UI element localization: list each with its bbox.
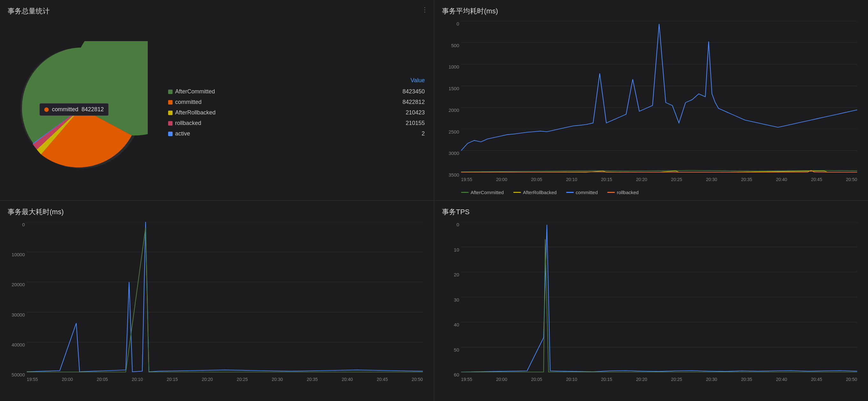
x-label: 20:30 — [706, 377, 717, 382]
x-label: 20:20 — [636, 177, 647, 182]
tooltip-dot — [44, 108, 49, 112]
y-label: 0 — [8, 222, 27, 227]
x-label: 20:05 — [97, 377, 108, 382]
tps-panel: 事务TPS 6050403020100 19:5520:00 — [434, 201, 868, 401]
max-time-panel: 事务最大耗时(ms) 50000400003000020000100000 19… — [0, 201, 434, 401]
x-label: 20:45 — [377, 377, 388, 382]
x-label: 20:15 — [167, 377, 178, 382]
y-label: 40 — [442, 322, 461, 327]
x-label: 20:25 — [237, 377, 248, 382]
x-label: 20:15 — [601, 177, 612, 182]
x-label: 20:15 — [601, 377, 612, 382]
legend-row-aftercommitted: AfterCommitted 8423450 — [167, 86, 426, 97]
pie-panel-title: 事务总量统计 — [8, 6, 426, 16]
legend-label: active — [167, 128, 340, 139]
y-label: 50 — [442, 347, 461, 352]
max-time-chart-area: 50000400003000020000100000 19:5520:0020:… — [8, 222, 426, 388]
max-time-x-axis: 19:5520:0020:0520:1020:1520:2020:2520:30… — [27, 377, 423, 382]
legend-row-committed: committed 8422812 — [167, 97, 426, 108]
y-label: 1000 — [442, 64, 461, 69]
x-label: 20:10 — [132, 377, 143, 382]
x-label: 20:35 — [307, 377, 318, 382]
pie-panel-menu[interactable]: ⋮ — [422, 6, 428, 13]
tps-x-axis: 19:5520:0020:0520:1020:1520:2020:2520:30… — [461, 377, 857, 382]
y-label: 2500 — [442, 129, 461, 135]
y-label: 3000 — [442, 150, 461, 156]
x-label: 20:35 — [741, 177, 752, 182]
y-label: 60 — [442, 372, 461, 377]
x-label: 20:40 — [342, 377, 353, 382]
legend-item: committed — [566, 190, 598, 195]
x-label: 19:55 — [461, 377, 472, 382]
x-label: 20:00 — [496, 377, 507, 382]
y-label: 10 — [442, 247, 461, 253]
dashboard: 事务总量统计 ⋮ — [0, 0, 868, 401]
y-label: 0 — [442, 21, 461, 26]
x-label: 19:55 — [27, 377, 38, 382]
y-label: 3500 — [442, 172, 461, 177]
x-label: 20:20 — [636, 377, 647, 382]
y-label: 40000 — [8, 342, 27, 347]
x-label: 20:40 — [776, 377, 787, 382]
x-label: 20:50 — [846, 177, 857, 182]
x-label: 20:35 — [741, 377, 752, 382]
tps-aftercommitted-line — [461, 239, 857, 372]
avg-time-legend: AfterCommittedAfterRollbackedcommittedro… — [442, 190, 860, 195]
x-label: 20:30 — [706, 177, 717, 182]
tps-title: 事务TPS — [442, 207, 860, 217]
x-label: 20:45 — [811, 177, 822, 182]
x-label: 20:10 — [566, 377, 577, 382]
y-label: 1500 — [442, 86, 461, 91]
max-committed-line — [27, 222, 423, 372]
tps-chart-area: 6050403020100 19:5520:0020:0520:1020:152… — [442, 222, 860, 388]
legend-value: 210155 — [340, 118, 426, 128]
tps-y-axis: 6050403020100 — [442, 222, 461, 379]
tooltip-label: committed — [52, 106, 78, 113]
max-time-title: 事务最大耗时(ms) — [8, 207, 426, 217]
y-label: 20000 — [8, 282, 27, 287]
max-time-svg — [27, 222, 423, 372]
x-label: 20:20 — [202, 377, 213, 382]
y-label: 500 — [442, 43, 461, 48]
max-time-chart-inner — [27, 222, 423, 372]
tps-chart-inner — [461, 222, 857, 372]
legend-value: 8423450 — [340, 86, 426, 97]
avg-time-chart-area: 3500300025002000150010005000 — [442, 21, 860, 189]
pie-content: committed 8422812 Value AfterCommitted — [8, 21, 426, 195]
avg-time-svg — [461, 21, 857, 172]
legend-label: AfterRollbacked — [167, 108, 340, 118]
x-label: 20:05 — [531, 377, 542, 382]
y-label: 20 — [442, 272, 461, 277]
legend-row-active: active 2 — [167, 128, 426, 139]
max-time-y-axis: 50000400003000020000100000 — [8, 222, 27, 379]
avg-time-x-axis: 19:5520:0020:0520:1020:1520:2020:2520:30… — [461, 177, 857, 182]
x-label: 20:25 — [671, 177, 682, 182]
x-label: 20:45 — [811, 377, 822, 382]
x-label: 20:30 — [272, 377, 283, 382]
x-label: 20:50 — [846, 377, 857, 382]
legend-label: committed — [167, 97, 340, 108]
x-label: 20:25 — [671, 377, 682, 382]
x-label: 20:10 — [566, 177, 577, 182]
pie-tooltip: committed 8422812 — [39, 103, 108, 116]
legend-value-header: Value — [340, 77, 426, 86]
x-label: 20:00 — [496, 177, 507, 182]
legend-value: 210423 — [340, 108, 426, 118]
legend-item: AfterCommitted — [461, 190, 504, 195]
pie-chart: committed 8422812 — [14, 41, 148, 175]
legend-value: 8422812 — [340, 97, 426, 108]
legend-row-afterrollbacked: AfterRollbacked 210423 — [167, 108, 426, 118]
max-time-legend — [8, 390, 426, 396]
x-label: 20:05 — [531, 177, 542, 182]
committed-line — [461, 24, 857, 150]
avg-time-y-axis: 3500300025002000150010005000 — [442, 21, 461, 179]
x-label: 20:00 — [62, 377, 73, 382]
legend-row-rollbacked: rollbacked 210155 — [167, 118, 426, 128]
legend-item: rollbacked — [607, 190, 639, 195]
y-label: 30 — [442, 297, 461, 303]
tps-committed-line — [461, 225, 857, 372]
pie-legend: Value AfterCommitted 8423450 committed 8… — [167, 77, 426, 139]
avg-time-title: 事务平均耗时(ms) — [442, 6, 860, 16]
y-label: 0 — [442, 222, 461, 227]
pie-panel: 事务总量统计 ⋮ — [0, 0, 434, 200]
